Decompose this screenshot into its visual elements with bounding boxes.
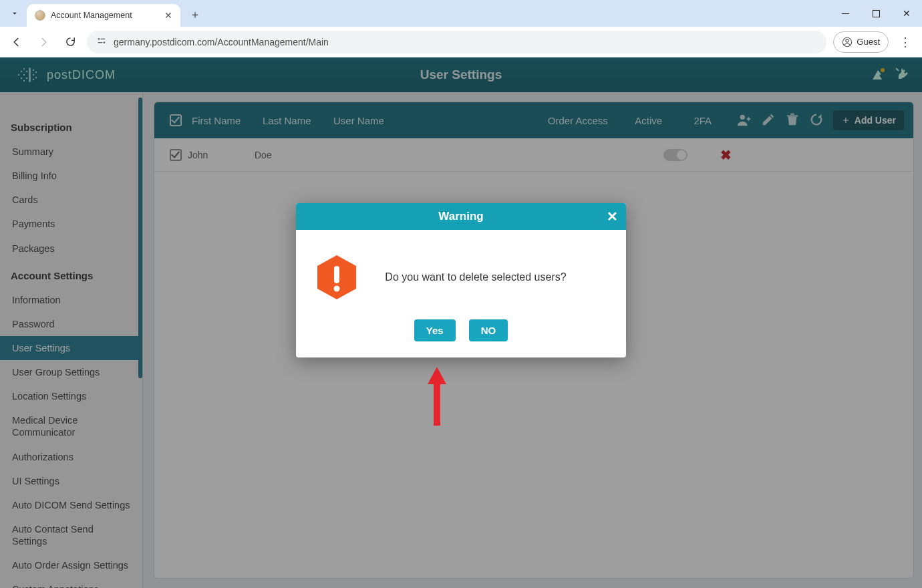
modal-title: Warning (438, 210, 483, 223)
tab-title: Account Management (51, 11, 132, 20)
nav-back-button[interactable] (7, 32, 27, 52)
modal-yes-button[interactable]: Yes (414, 319, 456, 341)
profile-guest-button[interactable]: Guest (833, 31, 889, 53)
svg-rect-3 (98, 42, 103, 43)
window-maximize-button[interactable] (861, 0, 891, 27)
svg-point-5 (846, 39, 849, 41)
svg-rect-23 (334, 266, 339, 283)
window-minimize-button[interactable] (830, 0, 861, 27)
nav-reload-button[interactable] (60, 32, 80, 52)
svg-point-24 (334, 286, 340, 292)
new-tab-button[interactable]: ＋ (186, 5, 204, 24)
favicon-icon (35, 10, 45, 21)
tab-close-icon[interactable]: ✕ (164, 10, 172, 21)
url-text: germany.postdicom.com/AccountManagement/… (114, 37, 329, 47)
warning-hexagon-icon (316, 254, 357, 301)
warning-modal: Warning ✕ Do you want to delete selected… (296, 203, 626, 357)
site-settings-icon[interactable] (96, 35, 107, 48)
browser-menu-button[interactable]: ⋮ (895, 35, 915, 49)
svg-point-2 (104, 41, 106, 43)
modal-message: Do you want to delete selected users? (372, 271, 606, 283)
browser-toolbar: germany.postdicom.com/AccountManagement/… (0, 27, 922, 57)
browser-tab[interactable]: Account Management ✕ (27, 4, 180, 27)
modal-close-button[interactable]: ✕ (607, 208, 618, 225)
window-controls: ✕ (830, 0, 922, 27)
svg-point-0 (98, 38, 100, 40)
window-close-button[interactable]: ✕ (891, 0, 922, 27)
modal-no-button[interactable]: NO (469, 319, 508, 341)
modal-header: Warning ✕ (296, 203, 626, 230)
tab-list-dropdown[interactable] (5, 4, 24, 23)
svg-rect-1 (101, 39, 106, 39)
app-root: postDICOM User Settings Subscription Sum… (0, 57, 922, 588)
browser-tab-strip: Account Management ✕ ＋ ✕ (0, 0, 922, 27)
address-bar[interactable]: germany.postdicom.com/AccountManagement/… (87, 31, 826, 53)
guest-label: Guest (857, 37, 880, 47)
nav-forward-button[interactable] (33, 32, 53, 52)
